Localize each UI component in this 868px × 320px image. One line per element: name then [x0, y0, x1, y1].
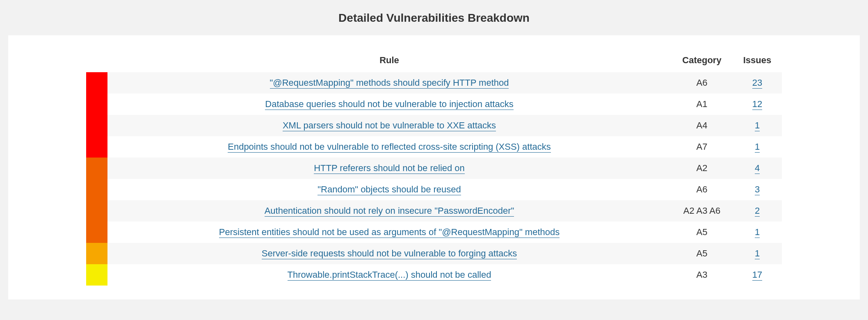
- category-cell: A2: [671, 158, 733, 179]
- severity-indicator: [86, 243, 107, 264]
- severity-cell: [86, 179, 107, 200]
- severity-cell: [86, 115, 107, 136]
- rule-cell: XML parsers should not be vulnerable to …: [107, 115, 671, 136]
- rule-cell: Database queries should not be vulnerabl…: [107, 94, 671, 115]
- issues-link[interactable]: 3: [755, 184, 760, 195]
- issues-cell: 3: [733, 179, 782, 200]
- severity-indicator: [86, 72, 107, 94]
- issues-cell: 1: [733, 222, 782, 243]
- category-text: A7: [697, 142, 708, 152]
- issues-link[interactable]: 23: [752, 78, 762, 89]
- rule-link[interactable]: "@RequestMapping" methods should specify…: [270, 78, 509, 89]
- issues-cell: 12: [733, 94, 782, 115]
- severity-cell: [86, 72, 107, 94]
- severity-indicator: [86, 264, 107, 286]
- category-cell: A5: [671, 243, 733, 264]
- category-cell: A2 A3 A6: [671, 200, 733, 222]
- table-row: Throwable.printStackTrace(...) should no…: [86, 264, 782, 286]
- rule-link[interactable]: XML parsers should not be vulnerable to …: [283, 120, 496, 131]
- rule-header: Rule: [107, 52, 671, 72]
- vulnerabilities-card: Rule Category Issues "@RequestMapping" m…: [8, 35, 860, 299]
- severity-indicator: [86, 179, 107, 200]
- category-text: A5: [697, 227, 708, 237]
- severity-cell: [86, 136, 107, 158]
- severity-indicator: [86, 200, 107, 222]
- severity-indicator: [86, 158, 107, 179]
- rule-link[interactable]: Database queries should not be vulnerabl…: [265, 99, 513, 110]
- rule-link[interactable]: Server-side requests should not be vulne…: [262, 248, 517, 259]
- rule-link[interactable]: HTTP referers should not be relied on: [314, 163, 465, 174]
- severity-cell: [86, 94, 107, 115]
- category-text: A6: [697, 78, 708, 88]
- rule-cell: Endpoints should not be vulnerable to re…: [107, 136, 671, 158]
- rule-link[interactable]: Endpoints should not be vulnerable to re…: [228, 142, 551, 153]
- issues-link[interactable]: 2: [755, 206, 760, 217]
- rule-link[interactable]: Persistent entities should not be used a…: [219, 227, 560, 238]
- issues-link[interactable]: 1: [755, 248, 760, 259]
- table-header-row: Rule Category Issues: [86, 52, 782, 72]
- category-cell: A7: [671, 136, 733, 158]
- table-row: Persistent entities should not be used a…: [86, 222, 782, 243]
- severity-indicator: [86, 136, 107, 158]
- category-text: A6: [697, 184, 708, 194]
- issues-cell: 1: [733, 136, 782, 158]
- category-cell: A3: [671, 264, 733, 286]
- category-cell: A4: [671, 115, 733, 136]
- table-row: "Random" objects should be reusedA63: [86, 179, 782, 200]
- table-row: Endpoints should not be vulnerable to re…: [86, 136, 782, 158]
- issues-cell: 4: [733, 158, 782, 179]
- issues-link[interactable]: 4: [755, 163, 760, 174]
- category-text: A1: [697, 99, 708, 109]
- table-row: "@RequestMapping" methods should specify…: [86, 72, 782, 94]
- table-row: Server-side requests should not be vulne…: [86, 243, 782, 264]
- severity-indicator: [86, 222, 107, 243]
- issues-cell: 1: [733, 243, 782, 264]
- severity-header: [86, 52, 107, 72]
- severity-indicator: [86, 94, 107, 115]
- issues-link[interactable]: 17: [752, 270, 762, 281]
- issues-header: Issues: [733, 52, 782, 72]
- category-cell: A6: [671, 72, 733, 94]
- rule-cell: Throwable.printStackTrace(...) should no…: [107, 264, 671, 286]
- issues-cell: 17: [733, 264, 782, 286]
- issues-link[interactable]: 1: [755, 120, 760, 131]
- category-text: A5: [697, 248, 708, 258]
- issues-cell: 23: [733, 72, 782, 94]
- table-row: Database queries should not be vulnerabl…: [86, 94, 782, 115]
- issues-link[interactable]: 12: [752, 99, 762, 110]
- rule-cell: Persistent entities should not be used a…: [107, 222, 671, 243]
- severity-cell: [86, 264, 107, 286]
- category-header: Category: [671, 52, 733, 72]
- issues-cell: 2: [733, 200, 782, 222]
- category-text: A2: [697, 163, 708, 173]
- category-text: A4: [697, 120, 708, 130]
- rule-cell: HTTP referers should not be relied on: [107, 158, 671, 179]
- issues-link[interactable]: 1: [755, 142, 760, 153]
- category-text: A3: [697, 270, 708, 280]
- issues-cell: 1: [733, 115, 782, 136]
- page-title: Detailed Vulnerabilities Breakdown: [8, 11, 860, 25]
- page-container: Detailed Vulnerabilities Breakdown Rule …: [0, 0, 868, 309]
- severity-cell: [86, 222, 107, 243]
- rule-cell: "@RequestMapping" methods should specify…: [107, 72, 671, 94]
- category-text: A2 A3 A6: [683, 206, 721, 216]
- severity-cell: [86, 158, 107, 179]
- severity-cell: [86, 243, 107, 264]
- table-row: XML parsers should not be vulnerable to …: [86, 115, 782, 136]
- rule-link[interactable]: Throwable.printStackTrace(...) should no…: [288, 270, 491, 281]
- vulnerabilities-table: Rule Category Issues "@RequestMapping" m…: [86, 52, 782, 286]
- category-cell: A5: [671, 222, 733, 243]
- rule-cell: Authentication should not rely on insecu…: [107, 200, 671, 222]
- rule-cell: "Random" objects should be reused: [107, 179, 671, 200]
- severity-cell: [86, 200, 107, 222]
- table-row: Authentication should not rely on insecu…: [86, 200, 782, 222]
- table-row: HTTP referers should not be relied onA24: [86, 158, 782, 179]
- category-cell: A1: [671, 94, 733, 115]
- severity-indicator: [86, 115, 107, 136]
- category-cell: A6: [671, 179, 733, 200]
- rule-link[interactable]: "Random" objects should be reused: [318, 184, 461, 195]
- rule-cell: Server-side requests should not be vulne…: [107, 243, 671, 264]
- rule-link[interactable]: Authentication should not rely on insecu…: [265, 206, 514, 217]
- issues-link[interactable]: 1: [755, 227, 760, 238]
